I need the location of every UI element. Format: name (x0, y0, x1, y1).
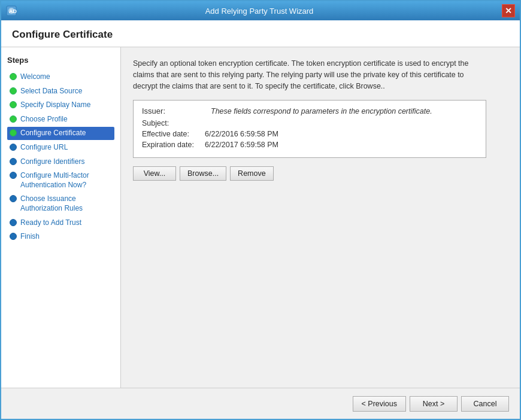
step-label-display-name: Specify Display Name (20, 101, 90, 110)
cert-effective-label: Effective date: (142, 130, 205, 138)
step-label-ready: Ready to Add Trust (20, 218, 81, 228)
cert-effective-row: Effective date: 6/22/2016 6:59:58 PM (142, 130, 477, 138)
step-dot-multifactor (10, 172, 17, 179)
step-dot-welcome (10, 73, 17, 80)
step-dot-finish (10, 233, 17, 240)
step-label-configure-url: Configure URL (20, 143, 68, 153)
step-label-choose-profile: Choose Profile (20, 115, 68, 124)
cert-subject-label: Subject: (142, 119, 205, 127)
page-title: Configure Certificate (12, 29, 509, 41)
step-label-configure-ids: Configure Identifiers (20, 157, 84, 167)
sidebar-item-configure-identifiers[interactable]: Configure Identifiers (7, 156, 114, 169)
view-button[interactable]: View... (133, 166, 176, 181)
app-icon: AD (6, 5, 17, 16)
cert-note: These fields correspond to parameters in… (211, 107, 432, 115)
cancel-button[interactable]: Cancel (461, 396, 509, 412)
step-dot-configure-ids (10, 158, 17, 165)
close-button[interactable]: ✕ (502, 4, 515, 17)
sidebar-item-choose-issuance[interactable]: Choose Issuance Authorization Rules (7, 193, 114, 215)
cert-effective-value: 6/22/2016 6:59:58 PM (205, 130, 278, 138)
step-dot-configure-url (10, 144, 17, 151)
sidebar-item-configure-url[interactable]: Configure URL (7, 141, 114, 154)
main-body: Steps Welcome Select Data Source Specify… (1, 47, 520, 388)
step-dot-ready (10, 219, 17, 226)
step-label-select-data: Select Data Source (20, 87, 82, 96)
cert-issuer-label: Issuer: (142, 106, 205, 115)
cert-subject-row: Subject: (142, 119, 477, 127)
remove-button[interactable]: Remove (230, 166, 274, 181)
wizard-window: AD Add Relying Party Trust Wizard ✕ Conf… (0, 0, 521, 420)
sidebar-item-choose-profile[interactable]: Choose Profile (7, 113, 114, 126)
sidebar-item-configure-multifactor[interactable]: Configure Multi-factor Authentication No… (7, 169, 114, 191)
step-dot-select-data (10, 87, 17, 95)
title-bar: AD Add Relying Party Trust Wizard ✕ (1, 1, 520, 20)
cert-expiration-label: Expiration date: (142, 141, 205, 149)
cert-issuer-row: Issuer: These fields correspond to param… (142, 106, 477, 115)
svg-text:AD: AD (9, 8, 17, 14)
sidebar: Steps Welcome Select Data Source Specify… (1, 47, 121, 388)
step-dot-configure-cert (10, 129, 17, 136)
step-dot-choose-profile (10, 115, 17, 123)
step-label-welcome: Welcome (20, 72, 50, 82)
sidebar-item-ready-to-add[interactable]: Ready to Add Trust (7, 217, 114, 230)
content-area: Configure Certificate Steps Welcome Sele… (1, 20, 520, 419)
step-label-finish: Finish (20, 232, 40, 242)
sidebar-item-welcome[interactable]: Welcome (7, 71, 114, 84)
right-panel: Specify an optional token encryption cer… (121, 47, 520, 388)
step-label-multifactor: Configure Multi-factor Authentication No… (20, 171, 112, 190)
next-button[interactable]: Next > (410, 396, 458, 412)
page-header: Configure Certificate (1, 20, 520, 47)
step-dot-display-name (10, 101, 17, 108)
sidebar-item-select-data-source[interactable]: Select Data Source (7, 85, 114, 98)
previous-button[interactable]: < Previous (353, 396, 406, 412)
title-bar-title: Add Relying Party Trust Wizard (17, 7, 502, 16)
step-dot-issuance (10, 195, 17, 202)
action-buttons: View... Browse... Remove (133, 166, 508, 181)
sidebar-title: Steps (7, 56, 114, 65)
step-label-issuance: Choose Issuance Authorization Rules (20, 194, 112, 213)
browse-button[interactable]: Browse... (180, 166, 226, 181)
title-bar-left: AD (6, 5, 17, 16)
step-label-configure-cert: Configure Certificate (20, 129, 86, 138)
certificate-info-box: Issuer: These fields correspond to param… (133, 100, 486, 158)
sidebar-item-finish[interactable]: Finish (7, 230, 114, 244)
cert-expiration-value: 6/22/2017 6:59:58 PM (205, 141, 278, 149)
footer: < Previous Next > Cancel (1, 388, 520, 419)
cert-expiration-row: Expiration date: 6/22/2017 6:59:58 PM (142, 141, 477, 149)
sidebar-item-specify-display-name[interactable]: Specify Display Name (7, 99, 114, 112)
sidebar-item-configure-certificate[interactable]: Configure Certificate (7, 127, 114, 140)
description-text: Specify an optional token encryption cer… (133, 58, 486, 92)
